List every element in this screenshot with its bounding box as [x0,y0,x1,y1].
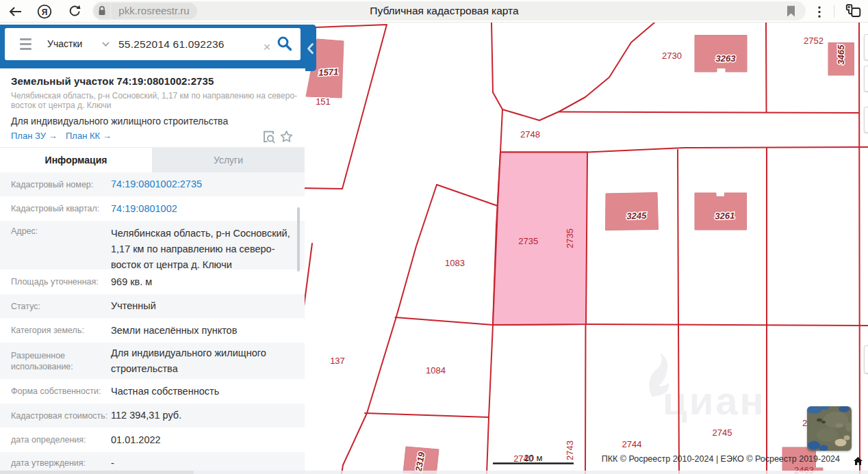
info-row: Кадастровая стоимость:112 394,31 руб. [0,404,305,427]
info-row-label: дата определения: [0,434,111,445]
info-row-label: Адрес: [0,226,111,237]
clear-search-icon[interactable]: × [259,39,275,55]
browser-logo-button[interactable]: Я [36,3,53,21]
vertical-scrollbar-thumb[interactable] [297,207,301,272]
info-row: Площадь уточненная:969 кв. м [0,269,305,294]
info-panel: Участки 55.252014 61.092236 × Земельный … [0,23,305,474]
info-row-label: Категория земель: [0,325,111,336]
parcel-usage-note: Для индивидуального жилищного строительс… [11,116,301,127]
info-row-value: Частная собственность [111,384,299,399]
tab-services[interactable]: Услуги [152,148,305,173]
reload-icon [66,3,84,21]
info-row-label: Площадь уточненная: [0,276,111,287]
tab-information[interactable]: Информация [0,148,152,173]
panel-tabs: Информация Услуги [0,147,305,172]
browser-menu-button[interactable] [815,3,824,21]
url-domain[interactable]: pkk.rosreestr.ru [111,3,197,19]
search-input[interactable]: 55.252014 61.092236 [118,28,225,60]
parcel-address-note: Челябинская область, р-н Сосновский, 1,1… [11,92,303,110]
info-rows: Кадастровый номер:74:19:0801002:2735Када… [0,172,305,474]
info-row-value: - [111,456,299,471]
building-label: 3261 [715,211,735,222]
info-row: Кадастровый квартал:74:19:0801002 [0,196,305,221]
info-row-value[interactable]: 74:19:0801002:2735 [111,176,299,192]
info-row-label: Статус: [0,301,111,312]
browser-reload-button[interactable] [66,3,84,21]
map-control-cut[interactable] [864,66,868,92]
toolbar-separator [834,5,834,18]
horizontal-scrollbar-thumb[interactable] [0,471,194,474]
parcel-number-label: 2745 [713,427,732,438]
info-row: Форма собственности:Частная собственност… [0,379,305,404]
search-button[interactable] [275,34,294,53]
info-row-value: Учтенный [111,298,299,314]
bottom-overlay-strip [194,471,868,474]
ssl-lock-chip[interactable] [94,3,110,19]
building-label: 3263 [716,53,737,64]
preview-document-icon[interactable] [262,130,276,144]
search-icon [275,34,294,53]
parcel-title: Земельный участок 74:19:0801002:2735 [11,75,301,87]
map-control-cut[interactable] [864,107,868,133]
svg-text:Я: Я [42,8,48,17]
info-row: Категория земель:Земли населённых пункто… [0,318,305,343]
info-row-label: Кадастровый квартал: [0,203,111,214]
bookmark-button[interactable] [784,5,797,18]
browser-toolbar: Я pkk.rosreestr.ru Публичная кадастровая… [0,0,868,23]
layer-switcher-thumbnail[interactable] [807,406,852,451]
browser-back-button[interactable] [5,3,23,21]
tab-groups-button[interactable] [845,3,863,21]
tab-groups-icon [845,3,863,21]
plan-zu-link[interactable]: План ЗУ → [11,131,58,141]
parcel-number-label: 1084 [426,365,446,376]
bookmark-flag-icon [784,5,797,18]
search-bar: Участки 55.252014 61.092236 × [5,28,301,60]
kebab-menu-icon [815,3,824,21]
info-row: Статус:Учтенный [0,294,305,318]
info-row: дата определения:01.01.2022 [0,427,305,452]
panel-collapse-button[interactable] [305,25,316,71]
parcel-number-label: 2744 [622,439,642,449]
parcel-number-label: 2730 [662,51,682,61]
building-label: 1571 [318,66,339,77]
parcel-boundary-line [859,23,860,474]
info-row: Адрес:Челябинская область, р-н Сосновски… [0,221,305,269]
home-extent-button[interactable] [854,456,863,465]
lock-icon [94,3,110,19]
map-control-cut[interactable] [864,34,868,60]
back-arrow-icon [5,3,23,21]
parcel-number-label: 137 [330,356,345,366]
parcel-number-label: 2735 [565,228,575,248]
parcel-number-label: 2752 [804,36,824,46]
info-row: Разрешенное использование:Для индивидуал… [0,343,305,379]
info-row-label: Кадастровая стоимость: [0,410,111,421]
chevron-down-icon[interactable] [101,38,111,50]
page-title: Публичная кадастровая карта [370,1,518,21]
info-row-label: дата утверждения: [0,458,111,469]
favorite-star-icon[interactable] [280,130,293,143]
building-label: 3245 [626,210,647,221]
info-row-value: Челябинская область, р-н Сосновский, 1,1… [111,226,299,273]
application-window: циан 157132633465324532612319 1512748273… [0,0,868,474]
home-icon [854,457,863,466]
satellite-preview-image [807,406,852,451]
parcel-number-label: 1083 [445,258,465,268]
info-row-value[interactable]: 74:19:0801002 [111,201,299,217]
info-row-label: Форма собственности: [0,386,111,397]
address-bar[interactable]: pkk.rosreestr.ru Публичная кадастровая к… [92,1,806,21]
parcel-number-label: 2735 [518,236,538,246]
building-label: 3465 [836,44,846,65]
plan-kk-link[interactable]: План КК → [66,131,112,141]
map-control-cut[interactable] [864,345,868,373]
info-row: Кадастровый номер:74:19:0801002:2735 [0,172,305,196]
info-row-label: Кадастровый номер: [0,179,111,190]
info-row-value: Для индивидуального жилищного строительс… [111,345,299,377]
menu-hamburger-icon[interactable] [20,38,31,50]
result-header: Земельный участок 74:19:0801002:2735 Чел… [11,75,301,127]
info-row-value: 112 394,31 руб. [111,408,299,423]
chevron-left-icon [305,25,316,71]
search-category-select[interactable]: Участки [47,28,82,60]
parcel-number-label: 2748 [520,129,540,140]
parcel-boundary-line [766,23,767,112]
info-row-value: Земли населённых пунктов [111,323,299,339]
